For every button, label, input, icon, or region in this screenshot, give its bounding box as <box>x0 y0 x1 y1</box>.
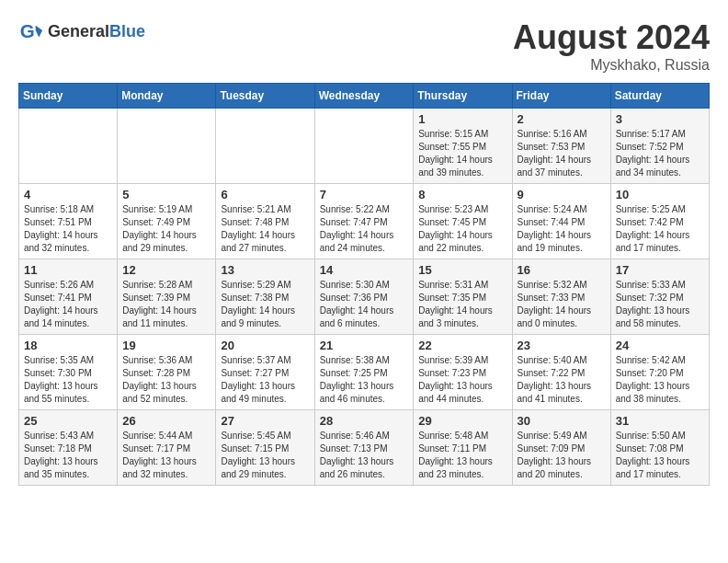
day-info: Sunrise: 5:43 AM Sunset: 7:18 PM Dayligh… <box>24 430 112 481</box>
calendar-cell: 22Sunrise: 5:39 AM Sunset: 7:23 PM Dayli… <box>414 335 512 410</box>
day-number: 7 <box>320 188 409 201</box>
day-info: Sunrise: 5:40 AM Sunset: 7:22 PM Dayligh… <box>518 354 606 406</box>
logo: G GeneralBlue <box>18 18 145 44</box>
day-info: Sunrise: 5:23 AM Sunset: 7:45 PM Dayligh… <box>418 203 506 255</box>
logo-text-general: General <box>48 22 109 40</box>
day-info: Sunrise: 5:19 AM Sunset: 7:49 PM Dayligh… <box>122 203 210 255</box>
day-info: Sunrise: 5:45 AM Sunset: 7:15 PM Dayligh… <box>221 430 309 481</box>
day-number: 23 <box>518 339 606 352</box>
day-info: Sunrise: 5:26 AM Sunset: 7:41 PM Dayligh… <box>24 279 112 330</box>
day-number: 9 <box>518 188 606 201</box>
day-info: Sunrise: 5:39 AM Sunset: 7:23 PM Dayligh… <box>418 354 506 406</box>
calendar-week-4: 18Sunrise: 5:35 AM Sunset: 7:30 PM Dayli… <box>19 335 710 410</box>
calendar-cell <box>118 109 216 184</box>
weekday-header-friday: Friday <box>512 84 610 109</box>
calendar-cell: 15Sunrise: 5:31 AM Sunset: 7:35 PM Dayli… <box>414 259 512 335</box>
day-number: 17 <box>616 263 704 277</box>
day-number: 8 <box>418 188 506 201</box>
day-number: 26 <box>122 414 210 428</box>
calendar-week-5: 25Sunrise: 5:43 AM Sunset: 7:18 PM Dayli… <box>19 410 710 486</box>
day-info: Sunrise: 5:16 AM Sunset: 7:53 PM Dayligh… <box>518 128 606 179</box>
calendar-cell: 6Sunrise: 5:21 AM Sunset: 7:48 PM Daylig… <box>216 184 314 259</box>
day-number: 19 <box>122 339 210 352</box>
day-number: 15 <box>418 263 506 277</box>
weekday-header-monday: Monday <box>118 84 216 109</box>
day-info: Sunrise: 5:24 AM Sunset: 7:44 PM Dayligh… <box>518 203 606 255</box>
calendar-cell: 23Sunrise: 5:40 AM Sunset: 7:22 PM Dayli… <box>512 335 610 410</box>
day-info: Sunrise: 5:32 AM Sunset: 7:33 PM Dayligh… <box>518 279 606 330</box>
day-number: 4 <box>24 188 112 201</box>
calendar-cell: 30Sunrise: 5:49 AM Sunset: 7:09 PM Dayli… <box>512 410 610 486</box>
calendar-cell <box>19 109 118 184</box>
title-block: August 2024 Myskhako, Russia <box>513 18 710 74</box>
day-number: 21 <box>320 339 409 352</box>
page-header: G GeneralBlue August 2024 Myskhako, Russ… <box>18 18 710 74</box>
calendar-cell: 13Sunrise: 5:29 AM Sunset: 7:38 PM Dayli… <box>216 259 314 335</box>
calendar-cell: 16Sunrise: 5:32 AM Sunset: 7:33 PM Dayli… <box>512 259 610 335</box>
day-info: Sunrise: 5:22 AM Sunset: 7:47 PM Dayligh… <box>320 203 409 255</box>
day-info: Sunrise: 5:15 AM Sunset: 7:55 PM Dayligh… <box>418 128 506 179</box>
day-number: 24 <box>616 339 704 352</box>
calendar-cell: 27Sunrise: 5:45 AM Sunset: 7:15 PM Dayli… <box>216 410 314 486</box>
day-info: Sunrise: 5:35 AM Sunset: 7:30 PM Dayligh… <box>24 354 112 406</box>
logo-text-blue: Blue <box>109 22 145 40</box>
calendar-cell: 4Sunrise: 5:18 AM Sunset: 7:51 PM Daylig… <box>19 184 118 259</box>
calendar-cell: 11Sunrise: 5:26 AM Sunset: 7:41 PM Dayli… <box>19 259 118 335</box>
day-number: 12 <box>122 263 210 277</box>
day-number: 29 <box>418 414 506 428</box>
calendar-cell: 8Sunrise: 5:23 AM Sunset: 7:45 PM Daylig… <box>414 184 512 259</box>
day-info: Sunrise: 5:49 AM Sunset: 7:09 PM Dayligh… <box>518 430 606 481</box>
calendar-cell: 28Sunrise: 5:46 AM Sunset: 7:13 PM Dayli… <box>314 410 414 486</box>
svg-text:G: G <box>20 20 35 41</box>
day-info: Sunrise: 5:44 AM Sunset: 7:17 PM Dayligh… <box>122 430 210 481</box>
day-info: Sunrise: 5:37 AM Sunset: 7:27 PM Dayligh… <box>221 354 309 406</box>
calendar-week-1: 1Sunrise: 5:15 AM Sunset: 7:55 PM Daylig… <box>19 109 710 184</box>
day-info: Sunrise: 5:17 AM Sunset: 7:52 PM Dayligh… <box>616 128 704 179</box>
day-number: 27 <box>221 414 309 428</box>
day-info: Sunrise: 5:33 AM Sunset: 7:32 PM Dayligh… <box>616 279 704 330</box>
day-info: Sunrise: 5:29 AM Sunset: 7:38 PM Dayligh… <box>221 279 309 330</box>
calendar-cell: 19Sunrise: 5:36 AM Sunset: 7:28 PM Dayli… <box>118 335 216 410</box>
calendar-cell: 20Sunrise: 5:37 AM Sunset: 7:27 PM Dayli… <box>216 335 314 410</box>
day-info: Sunrise: 5:25 AM Sunset: 7:42 PM Dayligh… <box>616 203 704 255</box>
calendar-cell: 10Sunrise: 5:25 AM Sunset: 7:42 PM Dayli… <box>610 184 709 259</box>
day-number: 10 <box>616 188 704 201</box>
calendar-cell: 7Sunrise: 5:22 AM Sunset: 7:47 PM Daylig… <box>314 184 414 259</box>
day-info: Sunrise: 5:46 AM Sunset: 7:13 PM Dayligh… <box>320 430 409 481</box>
svg-marker-1 <box>36 25 42 37</box>
calendar-cell: 14Sunrise: 5:30 AM Sunset: 7:36 PM Dayli… <box>314 259 414 335</box>
calendar-cell: 21Sunrise: 5:38 AM Sunset: 7:25 PM Dayli… <box>314 335 414 410</box>
day-info: Sunrise: 5:42 AM Sunset: 7:20 PM Dayligh… <box>616 354 704 406</box>
day-number: 5 <box>122 188 210 201</box>
calendar-cell: 24Sunrise: 5:42 AM Sunset: 7:20 PM Dayli… <box>610 335 709 410</box>
calendar-cell: 1Sunrise: 5:15 AM Sunset: 7:55 PM Daylig… <box>414 109 512 184</box>
day-number: 25 <box>24 414 112 428</box>
day-info: Sunrise: 5:48 AM Sunset: 7:11 PM Dayligh… <box>418 430 506 481</box>
calendar-cell: 3Sunrise: 5:17 AM Sunset: 7:52 PM Daylig… <box>610 109 709 184</box>
day-number: 2 <box>518 112 606 126</box>
calendar-cell: 26Sunrise: 5:44 AM Sunset: 7:17 PM Dayli… <box>118 410 216 486</box>
calendar-cell: 5Sunrise: 5:19 AM Sunset: 7:49 PM Daylig… <box>118 184 216 259</box>
day-number: 13 <box>221 263 309 277</box>
day-number: 14 <box>320 263 409 277</box>
calendar-week-3: 11Sunrise: 5:26 AM Sunset: 7:41 PM Dayli… <box>19 259 710 335</box>
title-location: Myskhako, Russia <box>513 57 710 74</box>
weekday-header-saturday: Saturday <box>610 84 709 109</box>
day-number: 31 <box>616 414 704 428</box>
day-number: 1 <box>418 112 506 126</box>
day-number: 22 <box>418 339 506 352</box>
title-month: August 2024 <box>513 18 710 57</box>
calendar-cell: 9Sunrise: 5:24 AM Sunset: 7:44 PM Daylig… <box>512 184 610 259</box>
day-number: 3 <box>616 112 704 126</box>
day-info: Sunrise: 5:50 AM Sunset: 7:08 PM Dayligh… <box>616 430 704 481</box>
calendar-cell: 31Sunrise: 5:50 AM Sunset: 7:08 PM Dayli… <box>610 410 709 486</box>
weekday-header-tuesday: Tuesday <box>216 84 314 109</box>
calendar-cell: 12Sunrise: 5:28 AM Sunset: 7:39 PM Dayli… <box>118 259 216 335</box>
calendar-cell: 2Sunrise: 5:16 AM Sunset: 7:53 PM Daylig… <box>512 109 610 184</box>
calendar-week-2: 4Sunrise: 5:18 AM Sunset: 7:51 PM Daylig… <box>19 184 710 259</box>
calendar-cell: 29Sunrise: 5:48 AM Sunset: 7:11 PM Dayli… <box>414 410 512 486</box>
calendar-cell: 17Sunrise: 5:33 AM Sunset: 7:32 PM Dayli… <box>610 259 709 335</box>
weekday-header-row: SundayMondayTuesdayWednesdayThursdayFrid… <box>19 84 710 109</box>
weekday-header-thursday: Thursday <box>414 84 512 109</box>
day-number: 18 <box>24 339 112 352</box>
